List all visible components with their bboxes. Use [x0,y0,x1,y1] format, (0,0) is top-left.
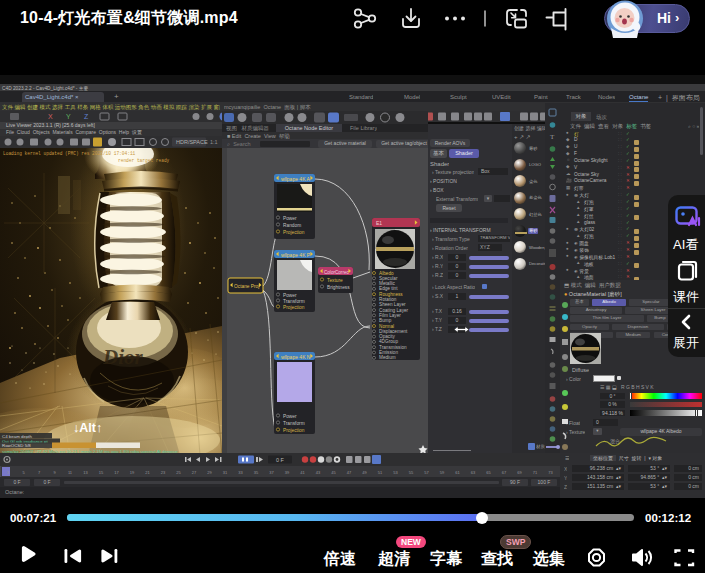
svg-text:HDR/SPACE: HDR/SPACE [176,139,208,145]
svg-text:Loading kernel updated (PMC) r: Loading kernel updated (PMC) res 2023/10… [3,151,136,156]
svg-text:Normal: Normal [379,324,394,329]
svg-text:35: 35 [254,470,259,475]
svg-text:13: 13 [83,470,88,475]
svg-text:Power: Power [283,414,297,419]
svg-text:65: 65 [486,470,491,475]
svg-text:Metallic: Metallic [379,281,396,286]
svg-text:Coating Layer: Coating Layer [379,308,409,313]
svg-text:Texture: Texture [327,278,343,283]
svg-text:17: 17 [114,470,119,475]
svg-text:45: 45 [331,470,336,475]
svg-text:Dior: Dior [102,345,144,369]
svg-text:Medium: Medium [379,355,396,360]
svg-text:Sheen Layer: Sheen Layer [379,302,406,307]
svg-text:wllpape 4K P: wllpape 4K P [281,252,311,258]
svg-text:Transform: Transform [283,421,305,426]
svg-text:Bump: Bump [379,318,392,323]
svg-text:E1: E1 [376,220,382,226]
svg-text:1:1: 1:1 [210,139,218,145]
svg-text:43: 43 [316,470,321,475]
svg-text:Projection: Projection [283,428,305,433]
svg-text:Displacement: Displacement [379,329,408,334]
svg-text:49: 49 [362,470,367,475]
svg-text:Transform: Transform [283,299,305,304]
svg-text:11: 11 [68,470,73,475]
svg-text:19: 19 [130,470,135,475]
svg-text:0 F: 0 F [276,457,285,463]
svg-text:4DGroup: 4DGroup [379,339,398,344]
svg-text:57: 57 [424,470,429,475]
svg-text:T: T [550,133,555,141]
svg-text:29: 29 [207,470,212,475]
svg-text:27: 27 [192,470,197,475]
svg-text:71: 71 [533,470,538,475]
svg-text:63: 63 [471,470,476,475]
svg-text:Projection: Projection [283,305,305,310]
svg-text:55: 55 [409,470,414,475]
svg-text:39: 39 [285,470,290,475]
svg-text:ColorCorrec: ColorCorrec [324,270,349,275]
svg-text:Edge tint: Edge tint [379,286,398,291]
svg-text:73: 73 [548,470,553,475]
svg-text:51: 51 [378,470,383,475]
svg-text:15: 15 [99,470,104,475]
svg-text:Z: Z [84,113,89,120]
svg-text:Emission: Emission [379,350,398,355]
svg-text:47: 47 [347,470,352,475]
svg-text:Specular: Specular [379,276,398,281]
svg-text:Y: Y [66,113,71,120]
svg-text:Brightness: Brightness [327,285,350,290]
svg-text:61: 61 [455,470,460,475]
svg-text:↓Alt↑: ↓Alt↑ [73,421,102,435]
svg-text:5: 5 [22,470,25,475]
svg-text:Rotation: Rotation [379,297,397,302]
svg-text:69: 69 [517,470,522,475]
svg-text:67: 67 [502,470,507,475]
svg-text:23: 23 [161,470,166,475]
svg-text:Random: Random [283,223,301,228]
svg-text:9: 9 [53,470,56,475]
svg-text:53: 53 [393,470,398,475]
svg-text:21: 21 [145,470,150,475]
svg-text:31: 31 [223,470,228,475]
svg-text:Film Layer: Film Layer [379,313,401,318]
svg-text:RawOCSD 5/8: RawOCSD 5/8 [2,443,31,448]
svg-text:33: 33 [238,470,243,475]
svg-text:render target ready: render target ready [118,158,170,163]
svg-text:Roughness: Roughness [379,292,403,297]
svg-text:Octane Proj: Octane Proj [234,284,259,289]
svg-text:wllpape 4K A: wllpape 4K A [281,176,311,182]
svg-text:C4 beam depth: C4 beam depth [2,434,33,439]
svg-text:wllpape 4K N: wllpape 4K N [281,354,311,360]
svg-text:Albedo: Albedo [379,271,394,276]
svg-text:37: 37 [269,470,274,475]
svg-text:59: 59 [440,470,445,475]
svg-text:Power: Power [283,293,297,298]
svg-text:Opacity: Opacity [379,334,396,339]
svg-text:41: 41 [300,470,305,475]
svg-text:X: X [48,113,53,120]
svg-text:7: 7 [38,470,41,475]
svg-text:Projection: Projection [283,230,305,235]
svg-text:25: 25 [176,470,181,475]
svg-text:Transmission: Transmission [379,345,407,350]
svg-text:Power: Power [283,216,297,221]
